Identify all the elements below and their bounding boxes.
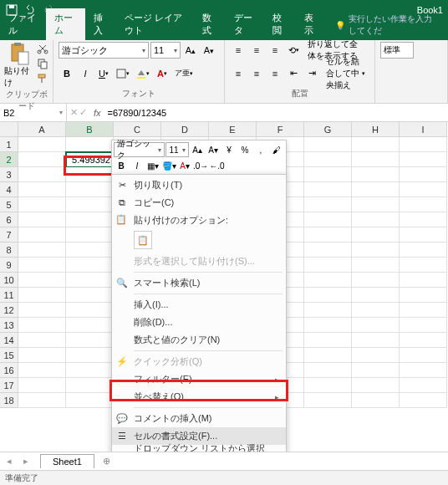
sheet-nav-next-icon[interactable]: ▸ — [23, 456, 37, 467]
cell[interactable] — [18, 273, 66, 288]
mini-percent-icon[interactable]: % — [237, 142, 252, 157]
cell[interactable] — [66, 333, 114, 348]
font-color-button[interactable]: A▾ — [154, 65, 171, 82]
mini-bold-icon[interactable]: B — [114, 158, 129, 173]
row-header[interactable]: 9 — [0, 258, 18, 273]
tab-data[interactable]: データ — [226, 8, 264, 40]
cell[interactable] — [304, 318, 352, 333]
mini-comma-icon[interactable]: , — [253, 142, 268, 157]
cell[interactable] — [304, 212, 352, 227]
row-header[interactable]: 6 — [0, 212, 18, 227]
cell[interactable] — [304, 197, 352, 212]
cell[interactable] — [352, 348, 400, 363]
sheet-nav-prev-icon[interactable]: ◂ — [7, 456, 20, 467]
context-menu-item[interactable]: フィルター(E)▸ — [112, 370, 286, 388]
cell[interactable] — [304, 393, 352, 408]
context-menu-item[interactable]: 並べ替え(O)▸ — [112, 388, 286, 406]
cell[interactable] — [352, 363, 400, 378]
row-header[interactable]: 14 — [0, 333, 18, 348]
formula-input[interactable]: =67890/12345 — [104, 108, 448, 118]
row-header[interactable]: 11 — [0, 288, 18, 303]
align-middle-icon[interactable]: ≡ — [248, 42, 265, 59]
cell[interactable] — [400, 348, 447, 363]
row-header[interactable]: 17 — [0, 378, 18, 393]
cell[interactable] — [66, 318, 114, 333]
align-bottom-icon[interactable]: ≡ — [267, 42, 283, 59]
cell[interactable] — [18, 348, 66, 363]
cell[interactable] — [18, 318, 66, 333]
mini-font-color-icon[interactable]: A▾ — [177, 158, 192, 173]
cell[interactable] — [352, 273, 400, 288]
paste-option-default[interactable]: 📋 — [134, 231, 152, 249]
cell[interactable] — [400, 212, 447, 227]
cell[interactable] — [400, 167, 447, 182]
cell[interactable] — [66, 273, 114, 288]
cell[interactable] — [400, 273, 447, 288]
cell[interactable] — [400, 303, 447, 318]
cell[interactable] — [66, 167, 114, 182]
cell[interactable] — [352, 182, 400, 197]
context-menu-item[interactable]: 🔍スマート検索(L) — [112, 274, 286, 292]
cell[interactable] — [18, 152, 66, 167]
row-header[interactable]: 3 — [0, 167, 18, 182]
cell[interactable] — [66, 348, 114, 363]
row-header[interactable]: 13 — [0, 318, 18, 333]
cell[interactable] — [400, 333, 447, 348]
mini-accounting-icon[interactable]: ¥ — [221, 142, 237, 157]
cell[interactable] — [18, 197, 66, 212]
cell[interactable] — [18, 288, 66, 303]
decrease-font-icon[interactable]: A▾ — [201, 42, 217, 59]
mini-inc-decimal-icon[interactable]: .0→ — [193, 158, 208, 173]
cell[interactable] — [352, 303, 400, 318]
row-header[interactable]: 4 — [0, 182, 18, 197]
tab-home[interactable]: ホーム — [46, 8, 84, 40]
cell[interactable] — [304, 303, 352, 318]
cell[interactable] — [352, 378, 400, 393]
align-top-icon[interactable]: ≡ — [230, 42, 247, 59]
tab-view[interactable]: 表示 — [296, 8, 328, 40]
align-right-icon[interactable]: ≡ — [267, 65, 283, 82]
column-header[interactable]: H — [352, 122, 400, 137]
mini-fill-icon[interactable]: 🪣▾ — [161, 158, 176, 173]
merge-center-button[interactable]: セルを結合して中央揃え▾ — [322, 65, 369, 82]
cell[interactable] — [304, 242, 352, 258]
cell[interactable] — [66, 242, 114, 258]
cell[interactable] — [304, 378, 352, 393]
context-menu-item[interactable]: ✂切り取り(T) — [112, 176, 286, 194]
cell[interactable] — [400, 197, 447, 212]
cell[interactable] — [400, 242, 447, 258]
cell[interactable] — [66, 303, 114, 318]
mini-decrease-font-icon[interactable]: A▾ — [206, 142, 221, 157]
column-header[interactable]: I — [400, 122, 447, 137]
cell[interactable] — [400, 258, 447, 273]
cell[interactable] — [18, 227, 66, 242]
cell[interactable] — [352, 333, 400, 348]
row-header[interactable]: 2 — [0, 152, 18, 167]
cell[interactable] — [66, 182, 114, 197]
cell[interactable] — [400, 182, 447, 197]
row-header[interactable]: 5 — [0, 197, 18, 212]
mini-italic-icon[interactable]: I — [130, 158, 145, 173]
mini-font-combo[interactable]: 游ゴシック▾ — [114, 142, 165, 157]
cell[interactable] — [352, 242, 400, 258]
mini-size-combo[interactable]: 11▾ — [165, 142, 189, 157]
font-family-combo[interactable]: 游ゴシック▾ — [59, 42, 149, 59]
number-format-combo[interactable]: 標準 — [380, 42, 414, 59]
enter-formula-icon[interactable]: ✓ — [79, 107, 87, 118]
cell[interactable] — [66, 288, 114, 303]
cell[interactable] — [304, 333, 352, 348]
cell[interactable] — [66, 363, 114, 378]
fx-icon[interactable]: fx — [90, 108, 104, 118]
cell[interactable] — [66, 137, 114, 152]
copy-icon[interactable] — [36, 57, 49, 70]
context-menu-item[interactable]: 挿入(I)... — [112, 296, 286, 314]
column-header[interactable]: C — [114, 122, 161, 137]
cell[interactable] — [66, 258, 114, 273]
tab-file[interactable]: ファイル — [0, 8, 46, 40]
cell[interactable] — [352, 288, 400, 303]
underline-button[interactable]: U▾ — [95, 65, 112, 82]
column-header[interactable]: G — [304, 122, 352, 137]
context-menu-item[interactable]: 数式と値のクリア(N) — [112, 331, 286, 349]
align-left-icon[interactable]: ≡ — [230, 65, 247, 82]
cell[interactable] — [18, 182, 66, 197]
